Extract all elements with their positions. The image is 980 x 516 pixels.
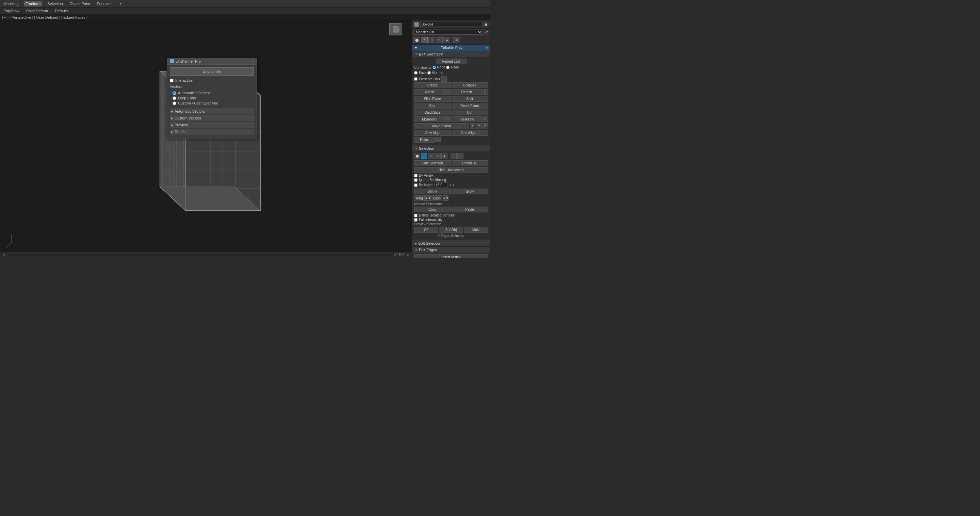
hide-unselected-btn[interactable]: Hide Unselected: [414, 167, 488, 173]
attach-settings[interactable]: □: [445, 89, 451, 95]
blur-btn[interactable]: Blur: [414, 103, 451, 108]
preserve-uvs-checkbox[interactable]: [414, 77, 417, 81]
viewport-label: [ + ] [ Perspective ] [ User Defined ] […: [0, 14, 490, 21]
border-sel-btn[interactable]: ◇: [428, 153, 434, 159]
quickslice-btn[interactable]: QuickSlice: [414, 110, 451, 115]
detach-settings[interactable]: □: [482, 89, 488, 95]
element-mode-btn[interactable]: ◈: [443, 37, 450, 43]
repeat-last-btn[interactable]: Repeat Last: [436, 59, 466, 64]
vectors-label: Vectors: [170, 84, 254, 89]
selection-section: ▼ Selection ⬤ / ◇ □ ◈ + ○ Hide Selected …: [412, 145, 490, 240]
off-btn[interactable]: Off: [414, 227, 438, 233]
edge-sel-btn[interactable]: /: [421, 153, 427, 159]
insert-vertex-btn[interactable]: Insert Vertex: [414, 254, 488, 258]
toolbar-polydraw[interactable]: PolyDraw: [2, 8, 21, 14]
edit-edges-title[interactable]: ▼ Edit Edges: [412, 247, 490, 253]
preview-section[interactable]: ▶ Preview: [170, 122, 254, 128]
lock-icon[interactable]: 🔒: [484, 22, 488, 26]
copy-paste-row: Copy Paste: [414, 207, 488, 212]
polygon-sel-btn[interactable]: □: [434, 153, 441, 159]
toolbar-paint-deform[interactable]: Paint Deform: [25, 8, 49, 14]
edge-mode-btn[interactable]: /: [421, 37, 428, 43]
cut-btn[interactable]: Cut: [452, 110, 488, 115]
viewport[interactable]: X Y Z ◀ 0 / 100 ▶ Unchamfer Pro: [0, 21, 412, 258]
tessellate-btn[interactable]: Tessellate: [452, 116, 482, 122]
create-btn[interactable]: Create: [414, 82, 451, 88]
custom-vectors-section[interactable]: ▶ Custom Vectors: [170, 115, 254, 121]
relax-settings[interactable]: □: [435, 137, 441, 142]
edge-radio[interactable]: [446, 66, 450, 69]
by-angle-spinner[interactable]: ▲▼: [449, 183, 455, 187]
custom-radio[interactable]: [172, 102, 176, 105]
menu-modeling[interactable]: Modeling: [2, 1, 20, 6]
none-radio[interactable]: [433, 66, 436, 69]
unchamfer-close-button[interactable]: ×: [252, 60, 254, 63]
by-vertex-checkbox[interactable]: [414, 174, 417, 177]
by-angle-checkbox[interactable]: [414, 183, 417, 187]
border-mode-btn[interactable]: ◇: [428, 37, 435, 43]
grid-align-btn[interactable]: Grid Align...: [452, 130, 488, 136]
collapse-btn[interactable]: Collapse: [452, 82, 488, 88]
ignore-backfacing-checkbox[interactable]: [414, 178, 417, 182]
slice-plane-btn[interactable]: Slice Plane: [414, 96, 451, 102]
polygon-mode-btn[interactable]: □: [436, 37, 443, 43]
auto-vectors-section[interactable]: ▶ Automatic Vectors: [170, 108, 254, 115]
menu-object-paint[interactable]: Object Paint: [68, 1, 92, 6]
modifier-list-dropdown[interactable]: Modifier List: [414, 30, 483, 35]
unchamfer-title-bar[interactable]: Unchamfer Pro ×: [167, 58, 256, 65]
msmooth-settings[interactable]: □: [445, 116, 451, 122]
loop-ends-radio[interactable]: [172, 96, 176, 100]
preserve-uvs-settings[interactable]: □: [441, 76, 447, 82]
attach-btn[interactable]: Attach: [414, 89, 445, 95]
object-name-input[interactable]: [420, 22, 482, 27]
subobj-btn[interactable]: SubObj: [439, 227, 463, 233]
paste-btn[interactable]: Paste: [452, 207, 488, 212]
automatic-radio[interactable]: [172, 91, 176, 95]
edit-geometry-title[interactable]: ▼ Edit Geometry: [412, 51, 490, 57]
make-planar-btn[interactable]: Make Planar: [414, 123, 469, 129]
tessellate-settings[interactable]: □: [482, 116, 488, 122]
loop-btn[interactable]: Loop: [431, 195, 442, 201]
view-align-btn[interactable]: View Align: [414, 130, 451, 136]
unchamfer-main-button[interactable]: Unchamfer: [170, 67, 254, 76]
normal-radio[interactable]: [427, 71, 431, 75]
interactive-checkbox[interactable]: [170, 79, 173, 82]
menu-selection[interactable]: Selection: [46, 1, 64, 6]
selection-title[interactable]: ▼ Selection: [412, 145, 490, 151]
copy-btn[interactable]: Copy: [414, 207, 451, 212]
grow-btn[interactable]: Grow: [452, 189, 488, 194]
sel-extra1[interactable]: +: [450, 153, 457, 159]
relax-btn[interactable]: Relax: [414, 137, 434, 143]
msmooth-btn[interactable]: MSmooth: [414, 116, 445, 122]
face-radio[interactable]: [414, 71, 417, 75]
reset-plane-btn[interactable]: Reset Plane: [452, 103, 488, 108]
hide-selected-btn[interactable]: Hide Selected: [414, 160, 451, 166]
loop-spinner[interactable]: ▲▼: [443, 195, 449, 201]
vertex-mode-btn[interactable]: ⬤: [414, 37, 420, 43]
toolbar-defaults[interactable]: Defaults: [53, 8, 70, 14]
menu-populate[interactable]: Populate: [95, 1, 113, 6]
menu-extra[interactable]: ▾: [120, 2, 121, 5]
sel-extra2[interactable]: ○: [457, 153, 463, 159]
multi-btn[interactable]: Multi: [464, 227, 488, 233]
by-angle-input[interactable]: [434, 182, 447, 188]
unhide-all-btn[interactable]: Unhide All: [452, 160, 488, 166]
y-btn[interactable]: Y: [476, 123, 482, 129]
z-btn[interactable]: Z: [482, 123, 488, 129]
x-btn[interactable]: X: [470, 123, 476, 129]
ring-btn[interactable]: Ring: [414, 195, 425, 201]
vertex-sel-btn[interactable]: ⬤: [414, 153, 420, 159]
credits-section[interactable]: ▶ Credits: [170, 129, 254, 135]
detach-btn[interactable]: Detach: [452, 89, 482, 95]
shrink-btn[interactable]: Shrink: [414, 189, 451, 194]
delete-isolated-checkbox[interactable]: [414, 214, 417, 217]
editable-poly-item[interactable]: ▼ Editable Poly ⚙: [412, 45, 490, 51]
split-btn[interactable]: Split: [452, 96, 488, 102]
full-interactivity-checkbox[interactable]: [414, 218, 417, 221]
soft-selection-title[interactable]: ▶ Soft Selection: [412, 240, 490, 247]
element-sel-btn[interactable]: ◈: [441, 153, 447, 159]
settings-btn[interactable]: ⚙: [453, 37, 460, 43]
object-color-swatch[interactable]: [414, 22, 419, 27]
menu-freeform[interactable]: Freeform: [24, 1, 42, 6]
ring-spinner[interactable]: ▲▼: [425, 195, 431, 201]
